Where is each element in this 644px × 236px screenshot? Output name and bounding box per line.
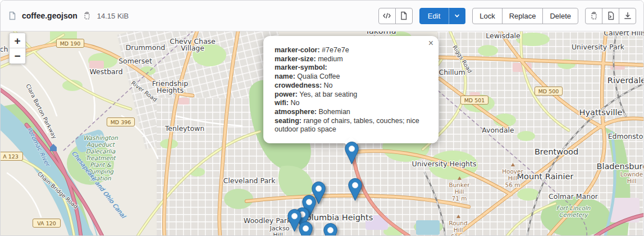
- map-label: Colmar Manor: [549, 192, 599, 201]
- popup-property-row: atmosphere: Bohemian: [275, 108, 425, 117]
- file-size: 14.15 KiB: [97, 12, 129, 20]
- map-label: Tenleytown: [165, 124, 204, 133]
- copy-contents-button[interactable]: [585, 8, 602, 24]
- map-label: Westbard: [89, 67, 122, 76]
- map-label: Cleveland Park: [223, 176, 276, 185]
- map-label: Takoma: [364, 31, 396, 35]
- feature-popup: × marker-color: #7e7e7emarker-size: medi…: [263, 36, 439, 143]
- popup-close-icon[interactable]: ×: [428, 39, 433, 48]
- route-shield-label: MD 501: [464, 97, 485, 103]
- document-icon: [8, 11, 17, 20]
- open-raw-button[interactable]: [602, 8, 619, 24]
- map-label: Mount Rainier: [517, 172, 574, 181]
- edit-split-button: Edit: [419, 8, 465, 24]
- popup-property-row: name: Qualia Coffee: [275, 72, 425, 81]
- snippet-card: coffee.geojson 14.15 KiB: [0, 0, 644, 236]
- popup-properties: marker-color: #7e7e7emarker-size: medium…: [275, 46, 425, 134]
- edit-dropdown-button[interactable]: [449, 8, 465, 24]
- popup-property-row: marker-color: #7e7e7e: [275, 46, 425, 55]
- route-shield-label: MD 396: [111, 119, 131, 125]
- map-label: Hyattsville: [579, 108, 623, 117]
- chevron-down-icon: [454, 12, 460, 19]
- map-marker-icon[interactable]: [299, 221, 313, 236]
- edit-button[interactable]: Edit: [419, 8, 449, 24]
- popup-property-row: marker-symbol:: [275, 63, 425, 72]
- popup-property-row: power: Yes, at bar seating: [275, 90, 425, 99]
- map-label: Riverdale: [608, 76, 644, 85]
- map-label: FriendshipHeights: [152, 79, 188, 94]
- map-label: Drummond: [126, 43, 166, 52]
- map-label: Hill: [273, 232, 282, 236]
- map-label: Calvert Hills: [604, 31, 644, 37]
- zoom-control: + −: [9, 33, 26, 64]
- code-view-icon: [382, 11, 391, 20]
- map-label: ch: [1, 45, 8, 53]
- code-view-button[interactable]: [378, 8, 396, 24]
- rendered-view-icon: [399, 11, 408, 20]
- map-label: University Park: [572, 43, 625, 51]
- map-canvas[interactable]: MD 190MD 396MD 501MD 500A 123VA 120 Tako…: [1, 31, 644, 236]
- map-label: Lewisdale: [486, 31, 520, 40]
- map-label: Fort LincolnCemetery: [556, 205, 590, 219]
- zoom-in-button[interactable]: +: [10, 33, 25, 48]
- map-label: University Heights: [412, 160, 477, 168]
- lock-button[interactable]: Lock: [472, 8, 502, 24]
- map-marker-icon[interactable]: [348, 178, 362, 201]
- route-shield-label: MD 500: [538, 88, 559, 94]
- delete-button[interactable]: Delete: [542, 8, 578, 24]
- route-shield-label: MD 190: [60, 40, 81, 47]
- map-marker-icon[interactable]: [323, 223, 337, 236]
- map-label: Avondale: [482, 126, 514, 134]
- map-label: Bladensburg: [596, 162, 644, 171]
- popup-property-row: wifi: No: [275, 99, 425, 108]
- copy-path-icon[interactable]: [83, 12, 91, 20]
- map-label: Woodley Park: [244, 216, 291, 225]
- replace-button[interactable]: Replace: [502, 8, 543, 24]
- file-header: coffee.geojson 14.15 KiB: [1, 1, 643, 31]
- utility-icons-group: [585, 8, 636, 24]
- file-actions-group: Lock Replace Delete: [472, 8, 578, 24]
- map-marker-icon[interactable]: [345, 142, 359, 165]
- popup-property-row: seating: range of chairs, tables, couche…: [275, 117, 425, 134]
- rendered-view-button[interactable]: [395, 8, 413, 24]
- map-label: Somerset: [118, 57, 152, 65]
- zoom-out-button[interactable]: −: [10, 48, 25, 63]
- popup-property-row: crowdedness: No: [275, 81, 425, 90]
- download-button[interactable]: [619, 8, 636, 24]
- copy-contents-icon: [590, 12, 598, 20]
- route-shield-label: VA 120: [37, 220, 56, 226]
- route-shield-label: A 123: [3, 153, 19, 160]
- popup-property-row: marker-size: medium: [275, 55, 425, 64]
- file-name: coffee.geojson: [22, 11, 77, 20]
- view-toggle-group: [378, 8, 413, 24]
- map-label: Brentwood: [535, 147, 578, 156]
- map-label: Edmonston: [608, 132, 644, 140]
- open-raw-icon: [606, 11, 615, 20]
- download-icon: [623, 11, 632, 20]
- map-label: Chillum: [439, 68, 465, 76]
